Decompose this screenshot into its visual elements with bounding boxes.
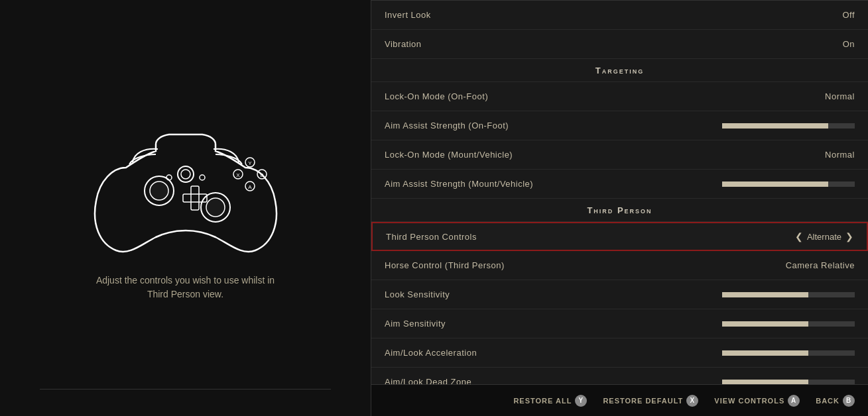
svg-text:B: B (260, 172, 263, 178)
aim-assist-mount-label: Aim Assist Strength (Mount/Vehicle) (385, 179, 533, 189)
back-action[interactable]: Back B (816, 395, 855, 407)
left-panel-divider (40, 389, 331, 390)
restore-all-action[interactable]: Restore All Y (513, 395, 587, 407)
arrow-left-icon: ❮ (795, 231, 803, 242)
lock-on-mount-value: Normal (825, 150, 855, 160)
aim-assist-mount-bar (722, 182, 855, 187)
vibration-label: Vibration (385, 39, 422, 49)
aim-sensitivity-row[interactable]: Aim Sensitivity (371, 309, 868, 338)
view-controls-button[interactable]: A (788, 395, 800, 407)
svg-point-14 (178, 166, 194, 182)
lock-on-foot-label: Lock-On Mode (On-Foot) (385, 91, 488, 101)
svg-point-15 (181, 170, 190, 179)
aim-sensitivity-fill (722, 321, 808, 327)
aim-assist-foot-fill (722, 123, 828, 129)
targeting-section-header: Targeting (371, 59, 868, 82)
vibration-value: On (843, 39, 855, 49)
third-person-section-label: Third Person (587, 205, 652, 215)
aim-assist-mount-row[interactable]: Aim Assist Strength (Mount/Vehicle) (371, 170, 868, 199)
look-sensitivity-bar (722, 292, 855, 297)
aim-assist-foot-bar (722, 123, 855, 129)
back-button[interactable]: B (843, 395, 855, 407)
view-controls-action[interactable]: View Controls A (714, 395, 800, 407)
restore-all-label: Restore All (513, 397, 572, 405)
aim-look-acceleration-row[interactable]: Aim/Look Acceleration (371, 338, 868, 368)
lock-on-mount-label: Lock-On Mode (Mount/Vehicle) (385, 150, 513, 160)
restore-default-action[interactable]: Restore Default X (603, 395, 698, 407)
aim-sensitivity-bar (722, 321, 855, 327)
back-label: Back (816, 397, 839, 405)
left-panel: A B X Y Adjust the controls you wish to … (0, 0, 371, 416)
lock-on-foot-value: Normal (825, 91, 855, 101)
svg-text:X: X (236, 172, 240, 178)
svg-rect-4 (191, 186, 199, 210)
horse-control-value: Camera Relative (786, 260, 855, 270)
aim-assist-foot-row[interactable]: Aim Assist Strength (On-Foot) (371, 111, 868, 140)
vibration-row[interactable]: Vibration On (371, 30, 868, 59)
bottom-bar: Restore All Y Restore Default X View Con… (371, 384, 868, 416)
look-sensitivity-fill (722, 292, 808, 297)
aim-sensitivity-label: Aim Sensitivity (385, 319, 446, 329)
third-person-controls-selector[interactable]: ❮ Alternate ❯ (795, 231, 853, 242)
right-panel[interactable]: Invert Look Off Vibration On Targeting L… (371, 0, 868, 391)
left-panel-description: Adjust the controls you wish to use whil… (93, 274, 279, 301)
svg-rect-5 (183, 194, 207, 202)
targeting-section-label: Targeting (595, 66, 644, 76)
look-sensitivity-label: Look Sensitivity (385, 289, 450, 299)
svg-point-16 (200, 175, 205, 180)
aim-look-acceleration-fill (722, 350, 808, 356)
aim-assist-mount-fill (722, 182, 828, 187)
invert-look-value: Off (842, 10, 855, 20)
look-sensitivity-row[interactable]: Look Sensitivity (371, 280, 868, 309)
view-controls-label: View Controls (714, 397, 784, 405)
invert-look-row[interactable]: Invert Look Off (371, 1, 868, 30)
lock-on-foot-row[interactable]: Lock-On Mode (On-Foot) Normal (371, 82, 868, 111)
restore-default-label: Restore Default (603, 397, 683, 405)
restore-default-button[interactable]: X (686, 395, 698, 407)
svg-text:A: A (248, 184, 252, 190)
third-person-controls-label: Third Person Controls (386, 232, 477, 242)
restore-all-button[interactable]: Y (575, 395, 587, 407)
controller-image: A B X Y (86, 115, 285, 260)
svg-point-1 (150, 182, 168, 200)
third-person-section-header: Third Person (371, 199, 868, 222)
arrow-right-icon: ❯ (845, 231, 853, 242)
horse-control-label: Horse Control (Third Person) (385, 260, 505, 270)
horse-control-row[interactable]: Horse Control (Third Person) Camera Rela… (371, 251, 868, 280)
third-person-controls-value: Alternate (807, 232, 841, 242)
invert-look-label: Invert Look (385, 10, 431, 20)
aim-look-acceleration-label: Aim/Look Acceleration (385, 348, 477, 358)
third-person-controls-row[interactable]: Third Person Controls ❮ Alternate ❯ (371, 222, 868, 251)
svg-text:Y: Y (248, 160, 252, 166)
aim-assist-foot-label: Aim Assist Strength (On-Foot) (385, 121, 509, 130)
lock-on-mount-row[interactable]: Lock-On Mode (Mount/Vehicle) Normal (371, 140, 868, 170)
aim-look-acceleration-bar (722, 350, 855, 356)
svg-point-3 (206, 198, 225, 217)
